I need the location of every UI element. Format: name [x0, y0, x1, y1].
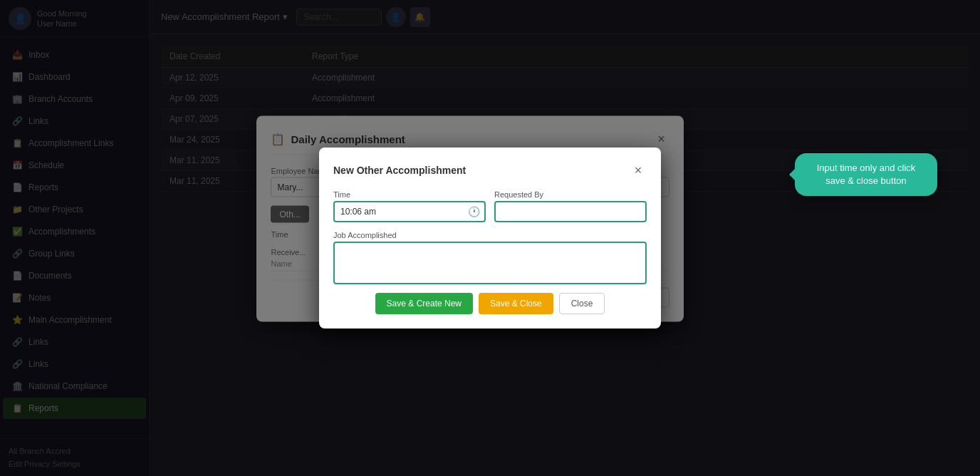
job-accomplished-label: Job Accomplished	[333, 231, 647, 239]
time-group-inner: Time 🕐	[333, 190, 486, 222]
inner-form-row2: Job Accomplished	[333, 231, 647, 284]
job-accomplished-textarea[interactable]	[333, 242, 647, 284]
time-input[interactable]	[333, 201, 486, 222]
callout-tooltip: Input time only and click save & close b…	[795, 153, 937, 196]
inner-form-row1: Time 🕐 Requested By	[333, 190, 647, 222]
inner-close-button[interactable]: Close	[559, 293, 605, 314]
inner-modal-footer: Save & Create New Save & Close Close	[333, 293, 647, 314]
save-create-new-button[interactable]: Save & Create New	[375, 293, 473, 314]
inner-modal-header: New Other Accomplishment ×	[333, 162, 647, 179]
inner-modal-close-button[interactable]: ×	[630, 162, 647, 179]
callout-text: Input time only and click save & close b…	[817, 162, 916, 186]
requested-by-group: Requested By	[494, 190, 647, 222]
requested-by-label: Requested By	[494, 190, 647, 199]
new-other-accomplishment-modal: New Other Accomplishment × Time 🕐 Reques…	[319, 148, 661, 328]
time-input-wrapper: 🕐	[333, 201, 486, 222]
save-close-button[interactable]: Save & Close	[479, 293, 553, 314]
clock-icon: 🕐	[468, 206, 480, 217]
time-label-inner: Time	[333, 190, 486, 199]
inner-modal-title: New Other Accomplishment	[333, 165, 466, 176]
job-accomplished-group: Job Accomplished	[333, 231, 647, 284]
requested-by-input[interactable]	[494, 201, 647, 222]
